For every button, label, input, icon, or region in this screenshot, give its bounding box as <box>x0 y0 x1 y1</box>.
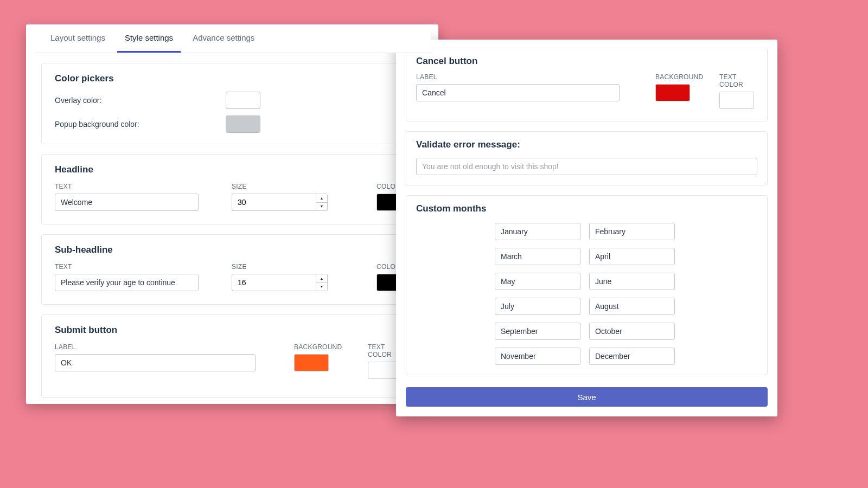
popup-bg-swatch[interactable] <box>226 115 260 133</box>
month-input-4[interactable] <box>589 248 675 265</box>
headline-size-up[interactable]: ▲ <box>316 194 327 203</box>
month-input-10[interactable] <box>589 323 675 340</box>
subheadline-size-spinner[interactable]: ▲ ▼ <box>232 274 332 291</box>
overlay-color-label: Overlay color: <box>55 96 226 105</box>
headline-title: Headline <box>55 164 411 175</box>
month-input-6[interactable] <box>589 273 675 290</box>
custom-months-title: Custom months <box>416 203 757 214</box>
subheadline-card: Sub-headline TEXT SIZE ▲ ▼ <box>41 234 425 305</box>
submit-button-title: Submit button <box>55 325 411 336</box>
validate-error-title: Validate error message: <box>416 139 757 150</box>
month-input-8[interactable] <box>589 298 675 315</box>
submit-label-input[interactable] <box>55 354 256 371</box>
tab-style-settings[interactable]: Style settings <box>117 24 181 53</box>
submit-bg-swatch[interactable] <box>294 354 329 371</box>
month-input-2[interactable] <box>589 223 675 240</box>
cancel-tc-swatch[interactable] <box>719 92 754 109</box>
subheadline-text-input[interactable] <box>55 274 199 291</box>
month-input-12[interactable] <box>589 348 675 365</box>
left-settings-panel: Layout settings Style settings Advance s… <box>26 24 438 404</box>
submit-button-card: Submit button LABEL BACKGROUND TEXT COLO… <box>41 314 425 398</box>
color-pickers-title: Color pickers <box>55 73 411 84</box>
overlay-color-swatch[interactable] <box>226 92 260 109</box>
submit-bg-label: BACKGROUND <box>294 343 332 351</box>
custom-months-card: Custom months <box>406 195 768 375</box>
month-input-3[interactable] <box>495 248 580 265</box>
cancel-button-card: Cancel button LABEL BACKGROUND TEXT COLO… <box>406 48 768 121</box>
cancel-bg-swatch[interactable] <box>655 84 690 101</box>
month-input-9[interactable] <box>495 323 580 340</box>
headline-size-label: SIZE <box>232 183 332 190</box>
cancel-label-input[interactable] <box>416 84 620 101</box>
headline-size-input[interactable] <box>232 194 316 211</box>
submit-label-label: LABEL <box>55 343 256 351</box>
subheadline-size-down[interactable]: ▼ <box>316 283 327 291</box>
save-button[interactable]: Save <box>406 387 768 407</box>
subheadline-title: Sub-headline <box>55 245 411 255</box>
right-settings-panel: Cancel button LABEL BACKGROUND TEXT COLO… <box>396 40 777 416</box>
validate-error-card: Validate error message: <box>406 131 768 185</box>
month-input-7[interactable] <box>495 298 580 315</box>
tab-advance-settings[interactable]: Advance settings <box>185 24 262 53</box>
cancel-button-title: Cancel button <box>416 56 757 67</box>
headline-size-down[interactable]: ▼ <box>316 203 327 211</box>
cancel-tc-label: TEXT COLOR <box>719 73 757 88</box>
headline-text-input[interactable] <box>55 194 199 211</box>
color-pickers-card: Color pickers Overlay color: Popup backg… <box>41 63 425 144</box>
cancel-label-label: LABEL <box>416 73 620 81</box>
headline-size-spinner[interactable]: ▲ ▼ <box>232 194 332 211</box>
validate-error-input[interactable] <box>416 158 757 175</box>
subheadline-size-up[interactable]: ▲ <box>316 274 327 283</box>
tab-layout-settings[interactable]: Layout settings <box>43 24 113 53</box>
settings-tabs: Layout settings Style settings Advance s… <box>35 24 431 53</box>
month-input-5[interactable] <box>495 273 580 290</box>
month-input-1[interactable] <box>495 223 580 240</box>
headline-text-label: TEXT <box>55 183 199 190</box>
subheadline-size-label: SIZE <box>232 263 332 271</box>
popup-bg-label: Popup background color: <box>55 120 226 129</box>
month-input-11[interactable] <box>495 348 580 365</box>
cancel-bg-label: BACKGROUND <box>655 73 693 81</box>
subheadline-size-input[interactable] <box>232 274 316 291</box>
headline-card: Headline TEXT SIZE ▲ ▼ <box>41 154 425 224</box>
subheadline-text-label: TEXT <box>55 263 199 271</box>
